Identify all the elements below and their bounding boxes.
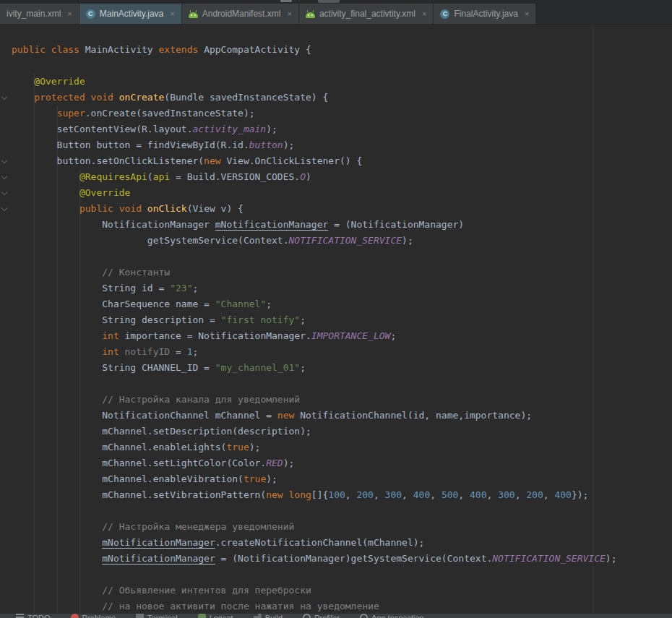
code-line[interactable]: mNotificationManager.createNotificationC… xyxy=(0,535,672,551)
code-line[interactable]: NotificationManager mNotificationManager… xyxy=(0,217,672,233)
code-token: @RequiresApi xyxy=(79,171,147,182)
code-line[interactable] xyxy=(0,567,672,583)
code-token: NOTIFICATION_SERVICE xyxy=(492,553,606,564)
code-line[interactable]: mChannel.setLightColor(Color.RED); xyxy=(0,455,672,471)
toolwindow-button-inspection[interactable]: App Inspection xyxy=(360,614,424,618)
code-line[interactable]: // Константы xyxy=(0,265,672,280)
code-line[interactable]: int importance = NotificationManager.IMP… xyxy=(0,328,672,344)
toolwindow-button-build[interactable]: Build xyxy=(254,614,283,618)
tab-label: MainActivity.java xyxy=(100,9,163,19)
code-token: "Channel" xyxy=(215,299,266,309)
toolwindow-button-logcat[interactable]: Logcat xyxy=(198,614,233,618)
code-token: }); xyxy=(572,489,588,500)
code-token: , xyxy=(430,489,441,500)
code-token: button.setOnClickListener( xyxy=(12,155,204,166)
editor-tab-bar: ivity_main.xml×MainActivity.java×Android… xyxy=(0,4,536,24)
editor-tab[interactable]: AndroidManifest.xml× xyxy=(182,4,299,24)
code-token: AppCompatActivity { xyxy=(198,44,311,55)
code-line[interactable]: mChannel.setVibrationPattern(new long[]{… xyxy=(0,487,672,503)
code-token: = Build.VERSION_CODES. xyxy=(170,171,300,182)
code-line[interactable]: CharSequence name = "Channel"; xyxy=(0,296,672,312)
code-line[interactable]: NotificationChannel mChannel = new Notif… xyxy=(0,408,672,424)
code-line[interactable]: mChannel.setDescription(description); xyxy=(0,424,672,439)
code-line[interactable]: // Настройка канала для уведомлений xyxy=(0,392,672,408)
toolwindow-button-problems[interactable]: Problems xyxy=(71,614,116,618)
code-editor[interactable]: public class MainActivity extends AppCom… xyxy=(0,25,672,613)
code-line[interactable]: getSystemService(Context.NOTIFICATION_SE… xyxy=(0,233,672,249)
code-token: ) xyxy=(306,171,311,182)
code-token: // Настройка менеджера уведомлений xyxy=(102,521,294,532)
code-line[interactable]: @RequiresApi(api = Build.VERSION_CODES.O… xyxy=(0,169,672,185)
code-token xyxy=(12,601,102,611)
code-line[interactable]: setContentView(R.layout.activity_main); xyxy=(0,121,672,137)
terminal-icon xyxy=(136,614,144,618)
close-icon[interactable]: × xyxy=(525,9,529,18)
code-line[interactable]: int notifyID = 1; xyxy=(0,344,672,360)
code-line[interactable]: public class MainActivity extends AppCom… xyxy=(0,42,672,58)
code-line[interactable]: mNotificationManager = (NotificationMana… xyxy=(0,551,672,567)
code-token: mChannel.enableLights( xyxy=(12,442,226,452)
close-icon[interactable]: × xyxy=(287,9,291,18)
code-token: RED xyxy=(266,458,283,468)
code-token: // на новое активити после нажатия на ув… xyxy=(102,601,379,611)
code-token: 100 xyxy=(328,489,345,500)
toolwindow-button-terminal[interactable]: Terminal xyxy=(136,614,178,618)
code-line[interactable]: // Обьявление интентов для переброски xyxy=(0,583,672,598)
code-token: ; xyxy=(300,362,306,373)
code-line[interactable]: @Override xyxy=(0,185,672,201)
code-token: , xyxy=(543,489,555,500)
editor-tab[interactable]: ivity_main.xml× xyxy=(0,4,79,24)
toolwindow-label: TODO xyxy=(27,614,51,618)
code-token: IMPORTANCE_LOW xyxy=(311,330,391,341)
code-token: true xyxy=(244,473,266,484)
code-line[interactable]: protected void onCreate(Bundle savedInst… xyxy=(0,90,672,106)
fold-marker-icon[interactable] xyxy=(1,173,7,179)
code-token: mChannel.setVibrationPattern( xyxy=(12,489,266,500)
toolwindow-button-todo[interactable]: TODO xyxy=(16,614,51,618)
code-line[interactable] xyxy=(0,249,672,265)
code-line[interactable]: // на новое активити после нажатия на ув… xyxy=(0,598,672,613)
code-line[interactable]: String CHANNEL_ID = "my_channel_01"; xyxy=(0,360,672,376)
code-token: (View v) { xyxy=(187,203,244,214)
editor-tab[interactable]: activity_final_activtity.xml× xyxy=(299,4,434,24)
close-icon[interactable]: × xyxy=(422,9,426,18)
code-area[interactable]: public class MainActivity extends AppCom… xyxy=(0,42,672,613)
code-line[interactable]: @Override xyxy=(0,74,672,90)
code-token: 400 xyxy=(554,489,571,500)
code-line[interactable]: Button button = findViewById(R.id.button… xyxy=(0,137,672,153)
code-line[interactable]: button.setOnClickListener(new View.OnCli… xyxy=(0,153,672,169)
code-line[interactable]: String description = "first notify"; xyxy=(0,312,672,328)
code-line[interactable] xyxy=(0,58,672,74)
code-token: Button button = findViewById(R.id. xyxy=(12,140,249,150)
fold-marker-icon[interactable] xyxy=(1,189,7,195)
close-icon[interactable]: × xyxy=(67,9,72,18)
code-line[interactable]: mChannel.enableLights(true); xyxy=(0,439,672,455)
fold-marker-icon[interactable] xyxy=(1,205,7,211)
code-token: 400 xyxy=(413,489,430,500)
code-token: int xyxy=(102,330,119,341)
code-token xyxy=(12,537,102,548)
close-icon[interactable]: × xyxy=(170,9,174,18)
android-icon xyxy=(306,12,315,18)
tab-label: ivity_main.xml xyxy=(7,9,61,19)
code-token: 300 xyxy=(385,489,402,500)
code-line[interactable] xyxy=(0,376,672,392)
editor-tab[interactable]: MainActivity.java× xyxy=(79,4,182,24)
code-token: NotificationChannel mChannel = xyxy=(12,410,277,421)
toolwindow-button-profiler[interactable]: Profiler xyxy=(303,614,340,618)
code-line[interactable]: String id = "23"; xyxy=(0,280,672,296)
code-token: button xyxy=(249,140,283,150)
code-line[interactable]: super.onCreate(savedInstanceState); xyxy=(0,106,672,121)
code-token xyxy=(113,203,119,214)
editor-tab[interactable]: FinalActivity.java× xyxy=(434,4,536,24)
code-token: protected xyxy=(34,92,85,103)
fold-marker-icon[interactable] xyxy=(1,158,7,163)
fold-marker-icon[interactable] xyxy=(1,94,7,100)
code-token: ); xyxy=(283,140,295,150)
code-line[interactable]: mChannel.enableVibration(true); xyxy=(0,471,672,487)
code-token: new xyxy=(266,489,283,500)
code-line[interactable] xyxy=(0,503,672,519)
code-token: , xyxy=(458,489,470,500)
code-line[interactable]: // Настройка менеджера уведомлений xyxy=(0,519,672,535)
code-line[interactable]: public void onClick(View v) { xyxy=(0,201,672,217)
